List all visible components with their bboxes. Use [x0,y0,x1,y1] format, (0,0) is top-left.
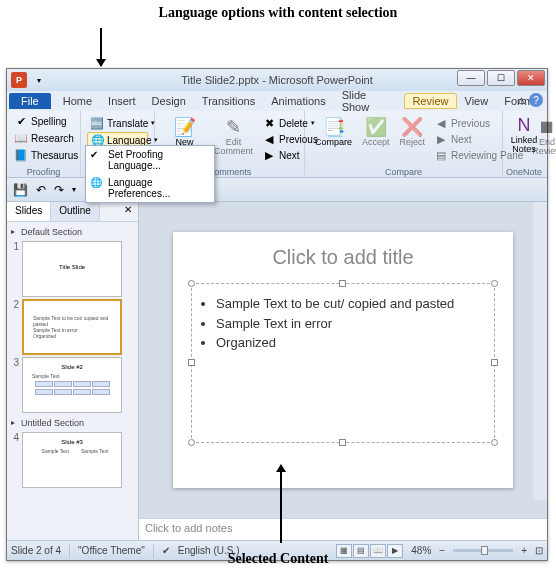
delete-icon: ✖ [262,116,276,130]
edit-comment-icon: ✎ [223,116,245,138]
tab-animations[interactable]: Animations [263,93,333,109]
minimize-button[interactable]: — [457,70,485,86]
section-untitled[interactable]: Untitled Section [9,415,136,430]
bullet-item[interactable]: Organized [216,333,486,353]
language-dropdown-menu: ✔Set Proofing Language... 🌐Language Pref… [85,145,215,203]
tab-file[interactable]: File [9,93,51,109]
resize-handle[interactable] [491,439,498,446]
thumb-row: 2 Sample Text to be cut/ copied and past… [9,299,136,355]
undo-button[interactable]: ↶ [34,181,48,199]
qat-more-icon[interactable]: ▾ [70,183,78,196]
previous-icon: ◀ [434,116,448,130]
annotation-top-arrow [100,28,102,66]
window-controls: — ☐ ✕ [457,70,545,86]
pane-icon: ▤ [434,148,448,162]
maximize-button[interactable]: ☐ [487,70,515,86]
slides-tab[interactable]: Slides [7,202,51,221]
vertical-scrollbar[interactable] [533,202,547,500]
annotation-top-label: Language options with content selection [0,5,556,21]
section-default[interactable]: Default Section [9,224,136,239]
thumb-row: 4 Slide #3 Sample TextSample Text [9,432,136,488]
annotation-bottom-label: Selected Content [0,551,556,567]
content-placeholder-selected[interactable]: Sample Text to be cut/ copied and pasted… [191,283,495,443]
slide-thumbnail-4[interactable]: Slide #3 Sample TextSample Text [22,432,122,488]
accept-icon: ✅ [365,116,387,138]
slide: Click to add title Sample Text to be cut… [173,232,513,488]
accept-button[interactable]: ✅Accept [358,115,394,148]
group-onenote: NLinked Notes OneNote [503,111,545,177]
thesaurus-button[interactable]: 📘Thesaurus [11,147,76,163]
tab-design[interactable]: Design [144,93,194,109]
slide-thumbnail-3[interactable]: Slide #2 Sample Text [22,357,122,413]
powerpoint-window: P ▾ Title Slide2.pptx - Microsoft PowerP… [6,68,548,561]
next-icon: ▶ [262,148,276,162]
group-onenote-label: OneNote [503,167,545,177]
tab-view[interactable]: View [457,93,497,109]
resize-handle[interactable] [339,439,346,446]
close-button[interactable]: ✕ [517,70,545,86]
thumb-number: 3 [9,357,19,368]
group-compare: 📑Compare ✅Accept ❌Reject ◀Previous ▶Next… [305,111,503,177]
slide-thumbnail-1[interactable]: Title Slide [22,241,122,297]
bullet-item[interactable]: Sample Text to be cut/ copied and pasted [216,294,486,314]
ribbon-tabs: File Home Insert Design Transitions Anim… [7,91,547,111]
resize-handle[interactable] [188,439,195,446]
notes-pane[interactable]: Click to add notes [139,518,547,540]
help-icon[interactable]: ? [529,93,543,107]
resize-handle[interactable] [491,280,498,287]
research-button[interactable]: 📖Research [11,130,76,146]
compare-button[interactable]: 📑Compare [311,115,356,148]
redo-button[interactable]: ↷ [52,181,66,199]
reject-button[interactable]: ❌Reject [396,115,430,148]
ribbon: ✔Spelling 📖Research 📘Thesaurus Proofing … [7,111,547,178]
save-button[interactable]: 💾 [11,181,30,199]
thumb-number: 1 [9,241,19,252]
main-editor-area: Click to add title Sample Text to be cut… [139,202,547,540]
resize-handle[interactable] [491,359,498,366]
resize-handle[interactable] [339,280,346,287]
panel-close-button[interactable]: ✕ [118,202,138,221]
onenote-icon: N [513,114,535,136]
tab-insert[interactable]: Insert [100,93,144,109]
language-preferences-icon: 🌐 [90,177,102,188]
thumb-row: 3 Slide #2 Sample Text [9,357,136,413]
translate-button[interactable]: 🔤Translate▾ [87,115,148,131]
qat-customize-icon[interactable]: ▾ [37,76,41,85]
spelling-button[interactable]: ✔Spelling [11,113,76,129]
compare-icon: 📑 [323,116,345,138]
tab-home[interactable]: Home [55,93,100,109]
resize-handle[interactable] [188,280,195,287]
bullet-list[interactable]: Sample Text to be cut/ copied and pasted… [200,294,486,353]
app-icon: P [11,72,27,88]
resize-handle[interactable] [188,359,195,366]
ribbon-minimize-icon[interactable]: △ [518,95,525,105]
linked-notes-button[interactable]: NLinked Notes [507,113,541,155]
thesaurus-icon: 📘 [14,148,28,162]
annotation-bottom-arrow [280,465,282,543]
thumbnail-list: Default Section 1 Title Slide 2 Sample T… [7,222,138,540]
translate-icon: 🔤 [90,116,104,130]
group-proofing: ✔Spelling 📖Research 📘Thesaurus Proofing [7,111,81,177]
new-comment-icon: 📝 [174,116,196,138]
slide-panel: Slides Outline ✕ Default Section 1 Title… [7,202,139,540]
group-compare-label: Compare [305,167,502,177]
title-placeholder[interactable]: Click to add title [191,246,495,269]
set-proofing-language-item[interactable]: ✔Set Proofing Language... [86,146,214,174]
previous-icon: ◀ [262,132,276,146]
thumb-number: 2 [9,299,19,310]
tab-transitions[interactable]: Transitions [194,93,263,109]
slide-thumbnail-2[interactable]: Sample Text to be cut/ copied and pasted… [22,299,122,355]
edit-comment-button[interactable]: ✎Edit Comment [210,115,257,163]
bullet-item[interactable]: Sample Text in error [216,314,486,334]
proofing-language-icon: ✔ [90,149,102,160]
titlebar: P ▾ Title Slide2.pptx - Microsoft PowerP… [7,69,547,91]
slide-canvas: Click to add title Sample Text to be cut… [139,202,547,518]
research-icon: 📖 [14,131,28,145]
next-icon: ▶ [434,132,448,146]
tab-review[interactable]: Review [404,93,456,109]
thumb-row: 1 Title Slide [9,241,136,297]
outline-tab[interactable]: Outline [51,202,100,221]
language-preferences-item[interactable]: 🌐Language Preferences... [86,174,214,202]
group-proofing-label: Proofing [7,167,80,177]
spelling-icon: ✔ [14,114,28,128]
